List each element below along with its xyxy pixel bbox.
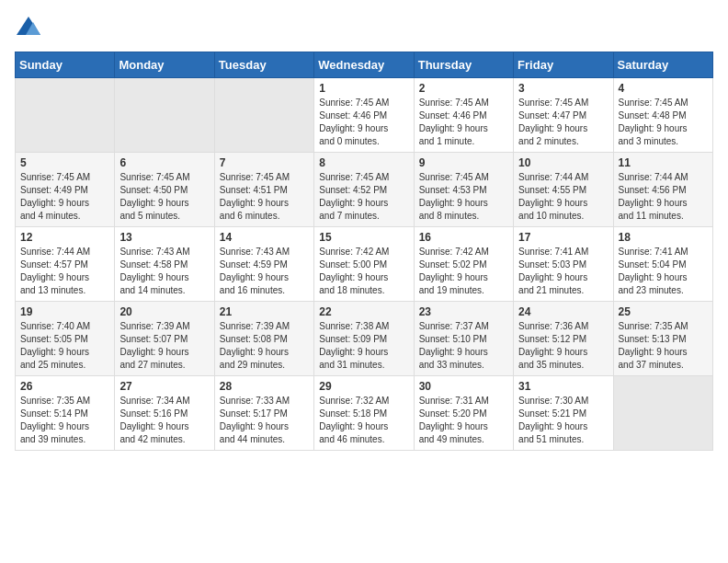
week-row-2: 5Sunrise: 7:45 AM Sunset: 4:49 PM Daylig… — [16, 153, 713, 227]
calendar-cell: 17Sunrise: 7:41 AM Sunset: 5:03 PM Dayli… — [514, 227, 613, 302]
day-info: Sunrise: 7:38 AM Sunset: 5:09 PM Dayligh… — [319, 320, 408, 372]
weekday-header-tuesday: Tuesday — [214, 52, 313, 78]
day-number: 9 — [419, 156, 508, 169]
day-info: Sunrise: 7:32 AM Sunset: 5:18 PM Dayligh… — [319, 395, 408, 446]
calendar-table: SundayMondayTuesdayWednesdayThursdayFrid… — [15, 52, 713, 451]
calendar-cell: 28Sunrise: 7:33 AM Sunset: 5:17 PM Dayli… — [214, 376, 313, 451]
calendar-cell: 1Sunrise: 7:45 AM Sunset: 4:46 PM Daylig… — [314, 78, 414, 153]
calendar-cell: 25Sunrise: 7:35 AM Sunset: 5:13 PM Dayli… — [613, 302, 712, 376]
day-info: Sunrise: 7:42 AM Sunset: 5:00 PM Dayligh… — [319, 246, 408, 297]
page-header — [15, 15, 713, 40]
calendar-cell: 11Sunrise: 7:44 AM Sunset: 4:56 PM Dayli… — [613, 153, 712, 227]
day-number: 16 — [419, 231, 508, 244]
day-info: Sunrise: 7:41 AM Sunset: 5:04 PM Dayligh… — [619, 246, 708, 297]
calendar-cell: 18Sunrise: 7:41 AM Sunset: 5:04 PM Dayli… — [613, 227, 712, 302]
calendar-cell: 8Sunrise: 7:45 AM Sunset: 4:52 PM Daylig… — [314, 153, 414, 227]
day-info: Sunrise: 7:45 AM Sunset: 4:51 PM Dayligh… — [220, 171, 309, 223]
day-number: 5 — [20, 156, 109, 169]
calendar-cell: 4Sunrise: 7:45 AM Sunset: 4:48 PM Daylig… — [613, 78, 712, 153]
calendar-cell: 24Sunrise: 7:36 AM Sunset: 5:12 PM Dayli… — [514, 302, 613, 376]
calendar-cell: 15Sunrise: 7:42 AM Sunset: 5:00 PM Dayli… — [314, 227, 414, 302]
day-info: Sunrise: 7:37 AM Sunset: 5:10 PM Dayligh… — [419, 320, 508, 372]
day-number: 13 — [119, 231, 209, 244]
day-number: 27 — [119, 380, 209, 393]
day-number: 1 — [319, 82, 408, 95]
calendar-cell — [613, 376, 712, 451]
day-info: Sunrise: 7:45 AM Sunset: 4:49 PM Dayligh… — [20, 171, 109, 223]
weekday-header-sunday: Sunday — [16, 52, 115, 78]
day-info: Sunrise: 7:43 AM Sunset: 4:59 PM Dayligh… — [220, 246, 309, 297]
day-info: Sunrise: 7:45 AM Sunset: 4:50 PM Dayligh… — [119, 171, 209, 223]
calendar-cell: 5Sunrise: 7:45 AM Sunset: 4:49 PM Daylig… — [16, 153, 115, 227]
calendar-cell: 12Sunrise: 7:44 AM Sunset: 4:57 PM Dayli… — [16, 227, 115, 302]
day-info: Sunrise: 7:45 AM Sunset: 4:48 PM Dayligh… — [619, 97, 708, 148]
week-row-1: 1Sunrise: 7:45 AM Sunset: 4:46 PM Daylig… — [16, 78, 713, 153]
day-number: 10 — [518, 156, 608, 169]
day-info: Sunrise: 7:35 AM Sunset: 5:13 PM Dayligh… — [619, 320, 708, 372]
calendar-cell: 30Sunrise: 7:31 AM Sunset: 5:20 PM Dayli… — [414, 376, 513, 451]
weekday-header-friday: Friday — [514, 52, 613, 78]
day-info: Sunrise: 7:44 AM Sunset: 4:55 PM Dayligh… — [518, 171, 608, 223]
day-info: Sunrise: 7:40 AM Sunset: 5:05 PM Dayligh… — [20, 320, 109, 372]
day-number: 26 — [20, 380, 109, 393]
day-info: Sunrise: 7:45 AM Sunset: 4:53 PM Dayligh… — [419, 171, 508, 223]
day-info: Sunrise: 7:45 AM Sunset: 4:47 PM Dayligh… — [518, 97, 608, 148]
weekday-header-row: SundayMondayTuesdayWednesdayThursdayFrid… — [16, 52, 713, 78]
day-number: 24 — [518, 305, 608, 318]
day-info: Sunrise: 7:36 AM Sunset: 5:12 PM Dayligh… — [518, 320, 608, 372]
calendar-cell — [16, 78, 115, 153]
calendar-cell: 19Sunrise: 7:40 AM Sunset: 5:05 PM Dayli… — [16, 302, 115, 376]
day-number: 22 — [319, 305, 408, 318]
calendar-cell: 7Sunrise: 7:45 AM Sunset: 4:51 PM Daylig… — [214, 153, 313, 227]
calendar-cell: 22Sunrise: 7:38 AM Sunset: 5:09 PM Dayli… — [314, 302, 414, 376]
calendar-cell: 27Sunrise: 7:34 AM Sunset: 5:16 PM Dayli… — [115, 376, 214, 451]
day-number: 19 — [20, 305, 109, 318]
day-info: Sunrise: 7:44 AM Sunset: 4:56 PM Dayligh… — [619, 171, 708, 223]
calendar-cell: 3Sunrise: 7:45 AM Sunset: 4:47 PM Daylig… — [514, 78, 613, 153]
calendar-cell: 20Sunrise: 7:39 AM Sunset: 5:07 PM Dayli… — [115, 302, 214, 376]
day-number: 6 — [119, 156, 209, 169]
calendar-cell — [115, 78, 214, 153]
day-number: 25 — [619, 305, 708, 318]
week-row-4: 19Sunrise: 7:40 AM Sunset: 5:05 PM Dayli… — [16, 302, 713, 376]
weekday-header-wednesday: Wednesday — [314, 52, 414, 78]
calendar-cell: 10Sunrise: 7:44 AM Sunset: 4:55 PM Dayli… — [514, 153, 613, 227]
day-number: 8 — [319, 156, 408, 169]
calendar-cell — [214, 78, 313, 153]
logo — [15, 15, 48, 40]
day-info: Sunrise: 7:39 AM Sunset: 5:07 PM Dayligh… — [119, 320, 209, 372]
weekday-header-saturday: Saturday — [613, 52, 712, 78]
day-number: 21 — [220, 305, 309, 318]
day-info: Sunrise: 7:45 AM Sunset: 4:52 PM Dayligh… — [319, 171, 408, 223]
calendar-cell: 26Sunrise: 7:35 AM Sunset: 5:14 PM Dayli… — [16, 376, 115, 451]
day-number: 30 — [419, 380, 508, 393]
day-number: 18 — [619, 231, 708, 244]
day-number: 3 — [518, 82, 608, 95]
calendar-cell: 9Sunrise: 7:45 AM Sunset: 4:53 PM Daylig… — [414, 153, 513, 227]
day-number: 23 — [419, 305, 508, 318]
calendar-cell: 16Sunrise: 7:42 AM Sunset: 5:02 PM Dayli… — [414, 227, 513, 302]
calendar-cell: 29Sunrise: 7:32 AM Sunset: 5:18 PM Dayli… — [314, 376, 414, 451]
day-info: Sunrise: 7:33 AM Sunset: 5:17 PM Dayligh… — [220, 395, 309, 446]
week-row-3: 12Sunrise: 7:44 AM Sunset: 4:57 PM Dayli… — [16, 227, 713, 302]
day-number: 20 — [119, 305, 209, 318]
day-number: 7 — [220, 156, 309, 169]
calendar-cell: 14Sunrise: 7:43 AM Sunset: 4:59 PM Dayli… — [214, 227, 313, 302]
day-info: Sunrise: 7:44 AM Sunset: 4:57 PM Dayligh… — [20, 246, 109, 297]
day-number: 31 — [518, 380, 608, 393]
calendar-cell: 13Sunrise: 7:43 AM Sunset: 4:58 PM Dayli… — [115, 227, 214, 302]
day-number: 14 — [220, 231, 309, 244]
day-info: Sunrise: 7:45 AM Sunset: 4:46 PM Dayligh… — [419, 97, 508, 148]
week-row-5: 26Sunrise: 7:35 AM Sunset: 5:14 PM Dayli… — [16, 376, 713, 451]
day-info: Sunrise: 7:43 AM Sunset: 4:58 PM Dayligh… — [119, 246, 209, 297]
calendar-cell: 2Sunrise: 7:45 AM Sunset: 4:46 PM Daylig… — [414, 78, 513, 153]
day-info: Sunrise: 7:41 AM Sunset: 5:03 PM Dayligh… — [518, 246, 608, 297]
day-info: Sunrise: 7:35 AM Sunset: 5:14 PM Dayligh… — [20, 395, 109, 446]
logo-icon — [15, 15, 42, 40]
day-info: Sunrise: 7:39 AM Sunset: 5:08 PM Dayligh… — [220, 320, 309, 372]
day-info: Sunrise: 7:34 AM Sunset: 5:16 PM Dayligh… — [119, 395, 209, 446]
day-info: Sunrise: 7:31 AM Sunset: 5:20 PM Dayligh… — [419, 395, 508, 446]
day-info: Sunrise: 7:42 AM Sunset: 5:02 PM Dayligh… — [419, 246, 508, 297]
day-number: 28 — [220, 380, 309, 393]
day-info: Sunrise: 7:45 AM Sunset: 4:46 PM Dayligh… — [319, 97, 408, 148]
